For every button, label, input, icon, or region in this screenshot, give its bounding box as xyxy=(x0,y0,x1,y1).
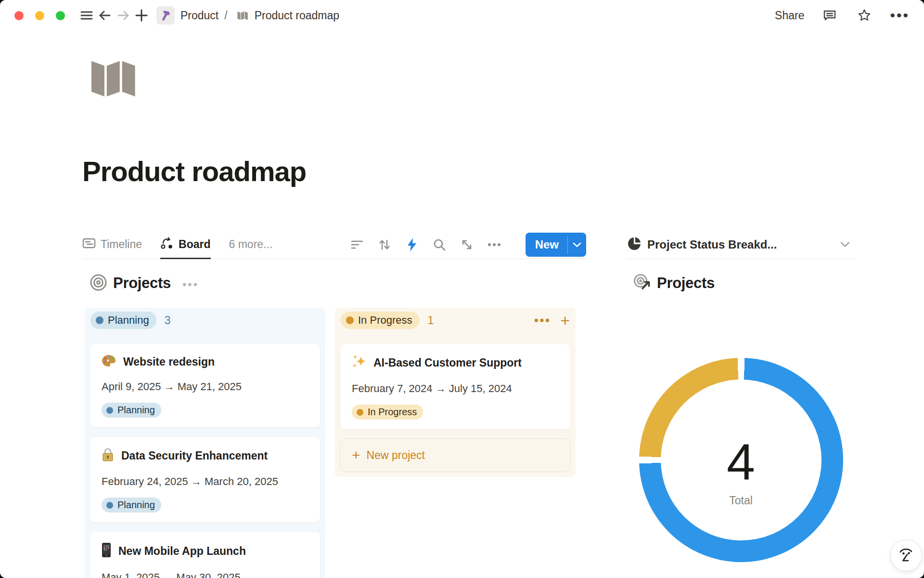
card-ai-based-customer-support[interactable]: AI-Based Customer Support February 7, 20… xyxy=(340,343,571,430)
column-count: 1 xyxy=(428,314,434,327)
column-planning: Planning 3 Website redesign xyxy=(85,308,325,578)
card-date-range: February 7, 2024 → July 15, 2024 xyxy=(352,382,559,395)
more-views-button[interactable]: 6 more... xyxy=(229,238,273,251)
tab-timeline-label: Timeline xyxy=(101,238,142,251)
page-icon-map[interactable] xyxy=(87,54,143,103)
board: Planning 3 Website redesign xyxy=(82,308,586,578)
target-icon xyxy=(90,274,107,293)
tab-timeline[interactable]: Timeline xyxy=(82,230,142,259)
section-more-icon[interactable]: ••• xyxy=(182,275,199,291)
chevron-down-icon[interactable] xyxy=(840,241,850,248)
donut-total-label: Total xyxy=(729,494,753,507)
chart-section: Project Status Breakd... Projects 4 Tota… xyxy=(627,230,855,578)
app-window: Product / Product roadmap Share ••• xyxy=(0,0,924,578)
board-section-head: Projects ••• xyxy=(82,273,586,294)
chart-header-title: Project Status Breakd... xyxy=(647,238,777,251)
close-window-button[interactable] xyxy=(14,11,24,20)
window-controls xyxy=(14,11,65,20)
column-count: 3 xyxy=(165,314,171,327)
timeline-icon xyxy=(82,237,96,252)
pie-chart-icon xyxy=(627,236,642,253)
breadcrumb: Product / Product roadmap xyxy=(180,9,339,22)
search-icon[interactable] xyxy=(433,238,446,251)
column-in-progress-header[interactable]: In Progress 1 ••• + xyxy=(341,312,570,329)
forward-arrow-icon[interactable] xyxy=(114,6,132,25)
card-title: New Mobile App Launch xyxy=(118,545,246,558)
topbar: Product / Product roadmap Share ••• xyxy=(0,0,924,31)
card-title: Data Security Enhancement xyxy=(121,449,268,462)
linked-target-icon xyxy=(633,274,651,293)
status-dot xyxy=(346,316,354,324)
card-date-range: April 9, 2025 → May 21, 2025 xyxy=(102,381,308,393)
notion-ai-button[interactable] xyxy=(890,539,922,571)
card-new-mobile-app-launch[interactable]: New Mobile App Launch May 1, 2025 → May … xyxy=(90,531,321,578)
palette-icon xyxy=(102,355,116,369)
breadcrumb-page[interactable]: Product roadmap xyxy=(255,9,339,22)
status-label: Planning xyxy=(108,314,149,327)
tab-board[interactable]: Board xyxy=(160,230,210,259)
back-arrow-icon[interactable] xyxy=(96,6,114,25)
card-date-range: May 1, 2025 → May 30, 2025 xyxy=(102,571,308,578)
status-dot xyxy=(106,502,113,509)
donut-total-value: 4 xyxy=(727,436,755,487)
automation-lightning-icon[interactable] xyxy=(405,238,419,251)
status-dot xyxy=(357,409,363,416)
lock-icon xyxy=(102,447,114,464)
tab-board-label: Board xyxy=(179,238,210,251)
card-website-redesign[interactable]: Website redesign April 9, 2025 → May 21,… xyxy=(90,343,321,428)
ai-face-icon xyxy=(898,546,915,565)
view-toolbar: New xyxy=(350,233,586,257)
more-icon[interactable] xyxy=(488,238,501,251)
zoom-window-button[interactable] xyxy=(56,11,65,20)
chart-section-title[interactable]: Projects xyxy=(657,275,715,292)
new-tab-plus-icon[interactable] xyxy=(132,6,151,25)
column-add-icon[interactable]: + xyxy=(560,315,570,325)
comment-icon[interactable] xyxy=(821,6,839,25)
breadcrumb-separator: / xyxy=(224,9,227,22)
status-badge-in-progress[interactable]: In Progress xyxy=(341,312,420,329)
board-icon xyxy=(160,236,174,253)
minimize-window-button[interactable] xyxy=(35,11,44,20)
card-title: Website redesign xyxy=(123,355,215,368)
new-project-button[interactable]: + New project xyxy=(340,438,571,472)
status-label: In Progress xyxy=(368,407,417,418)
star-icon[interactable] xyxy=(855,6,873,25)
sort-icon[interactable] xyxy=(378,238,391,251)
mobile-phone-icon xyxy=(102,542,111,560)
new-button-dropdown[interactable] xyxy=(568,233,586,257)
status-label: Planning xyxy=(117,499,155,511)
new-button-label[interactable]: New xyxy=(526,233,567,257)
share-button[interactable]: Share xyxy=(775,9,804,22)
workspace-hammer-icon[interactable] xyxy=(156,6,175,25)
status-badge-planning[interactable]: Planning xyxy=(90,312,156,329)
page-title: Product roadmap xyxy=(82,155,306,187)
card-data-security-enhancement[interactable]: Data Security Enhancement February 24, 2… xyxy=(90,436,321,523)
new-project-label: New project xyxy=(367,449,425,462)
chart-header[interactable]: Project Status Breakd... xyxy=(627,230,855,259)
more-icon[interactable]: ••• xyxy=(890,13,910,18)
card-status-badge: In Progress xyxy=(352,405,423,420)
status-dot xyxy=(106,407,113,414)
status-label: Planning xyxy=(117,405,155,416)
view-bar: Timeline Board 6 more... xyxy=(82,230,586,259)
expand-icon[interactable] xyxy=(460,238,474,251)
database-section: Timeline Board 6 more... xyxy=(82,230,586,578)
new-button[interactable]: New xyxy=(526,233,586,257)
filter-icon[interactable] xyxy=(350,238,364,251)
status-breakdown-donut-chart[interactable]: 4 Total xyxy=(639,358,843,562)
chart-section-head: Projects xyxy=(627,273,855,294)
card-status-badge: Planning xyxy=(102,403,161,418)
status-dot xyxy=(96,316,103,324)
card-status-badge: Planning xyxy=(102,498,161,512)
card-title: AI-Based Customer Support xyxy=(373,356,522,369)
status-label: In Progress xyxy=(358,314,412,327)
sparkles-icon xyxy=(352,355,366,371)
column-planning-header[interactable]: Planning 3 xyxy=(90,312,320,329)
column-in-progress: In Progress 1 ••• + xyxy=(335,308,576,477)
map-icon xyxy=(236,10,250,21)
breadcrumb-root[interactable]: Product xyxy=(180,9,218,22)
card-date-range: February 24, 2025 → March 20, 2025 xyxy=(102,475,308,488)
menu-icon[interactable] xyxy=(77,6,96,25)
column-more-icon[interactable]: ••• xyxy=(534,318,551,323)
board-section-title[interactable]: Projects xyxy=(113,275,171,292)
